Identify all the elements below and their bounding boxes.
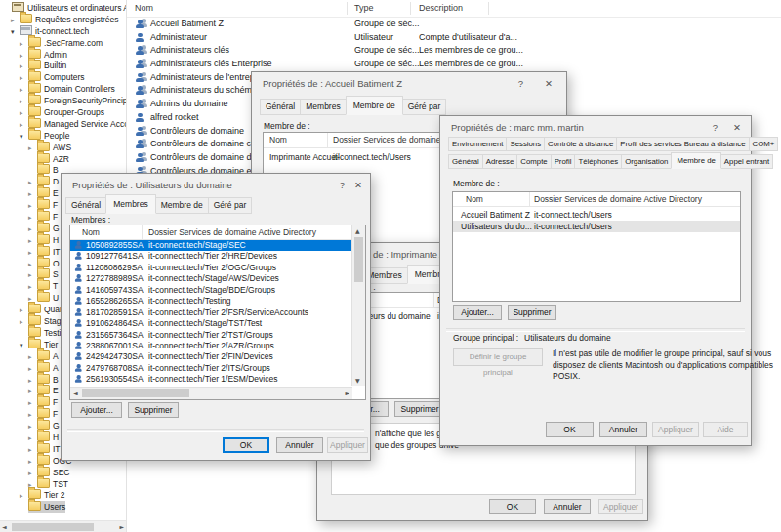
member-row[interactable]: 1817028591SA it-connect.tech/Tier 2/FSR/… (70, 307, 352, 318)
tab[interactable]: Profil des services Bureau à distance (616, 137, 749, 151)
member-row[interactable]: Imprimante Accueil it-connect.tech/Users (269, 152, 340, 162)
ok-button[interactable]: OK (223, 437, 269, 453)
ok-button[interactable]: OK (546, 422, 594, 437)
column-header-nom[interactable]: Nom (135, 3, 153, 13)
tab[interactable]: Profil (551, 154, 576, 169)
tab[interactable]: Téléphones (574, 154, 622, 169)
tree-item[interactable]: Grouper-Groups (0, 106, 126, 118)
add-button[interactable]: Ajouter... (71, 402, 122, 418)
scroll-down-icon[interactable]: ▼ (355, 377, 360, 384)
list-row[interactable]: Administrateurs clés Groupe de séc... Le… (127, 44, 781, 58)
close-icon[interactable]: ✕ (733, 122, 741, 133)
tab[interactable]: Général (260, 99, 301, 115)
help-icon[interactable]: ? (340, 180, 345, 190)
tree-item[interactable]: Tier 2 (0, 489, 126, 501)
close-icon[interactable]: ✕ (545, 78, 553, 89)
tab[interactable]: COM+ (749, 137, 779, 151)
scrollbar-thumb[interactable] (354, 237, 363, 282)
tab[interactable]: Environnement (448, 137, 507, 151)
member-row[interactable]: Accueil Batiment Z it-connect.tech/Users (453, 209, 740, 221)
cancel-button[interactable]: Annuler (276, 437, 323, 453)
remove-button[interactable]: Supprimer (508, 305, 556, 320)
tree-item[interactable]: Managed Service Accoun (0, 118, 126, 130)
tree-item[interactable]: TST (0, 478, 126, 490)
list-row[interactable]: Administrateurs clés Enterprise Groupe d… (127, 58, 781, 71)
tree-item[interactable]: AZR (0, 153, 126, 165)
member-row[interactable]: 1050892855SA it-connect.tech/Stage/SEC (70, 240, 352, 251)
tree-item[interactable]: ForeignSecurityPrincipal (0, 95, 126, 106)
scroll-up-icon[interactable]: ▲ (355, 227, 360, 234)
column-divider[interactable] (347, 2, 348, 15)
tab[interactable]: Contrôle à distance (544, 137, 617, 151)
remove-button[interactable]: Supprimer (128, 402, 179, 418)
tab[interactable]: Adresse (482, 154, 518, 169)
tab[interactable]: Membre de (346, 96, 403, 115)
tree-item[interactable]: Admin (0, 49, 126, 61)
column-header-nom[interactable]: Nom (466, 194, 483, 204)
tree-item[interactable]: .SecFrame.com (0, 37, 126, 49)
remove-button[interactable]: Supprimer (394, 401, 445, 417)
tab[interactable]: Géré par (208, 197, 253, 214)
member-row[interactable]: 1091277641SA it-connect.tech/Tier 2/HRE/… (70, 251, 352, 262)
tab[interactable]: Compte (516, 154, 551, 169)
tab[interactable]: Général (65, 197, 106, 214)
cancel-button[interactable]: Annuler (544, 499, 591, 514)
tab[interactable]: Appel entrant (720, 154, 773, 169)
tree-expand-icon[interactable] (20, 341, 28, 352)
member-row[interactable]: 2479768708SA it-connect.tech/Tier 2/ITS/… (70, 363, 352, 374)
member-row[interactable]: 1910624864SA it-connect.tech/Stage/TST/T… (70, 318, 352, 329)
scroll-left-icon[interactable]: ◄ (2, 522, 7, 532)
help-icon[interactable]: ? (518, 78, 523, 89)
column-divider[interactable] (410, 2, 411, 15)
vertical-scrollbar[interactable]: ▲ ▼ (351, 225, 365, 386)
add-button[interactable]: Ajouter... (453, 305, 502, 320)
scroll-right-icon[interactable]: ► (345, 389, 349, 396)
help-button[interactable]: Aide (703, 422, 748, 437)
member-row[interactable]: 1272788989SA it-connect.tech/Stage/AWS/D… (70, 273, 352, 284)
horizontal-scrollbar[interactable]: ◄ ► (70, 387, 352, 399)
column-header-nom[interactable]: Nom (82, 227, 100, 237)
member-row[interactable]: 2388067001SA it-connect.tech/Tier 2/AZR/… (70, 341, 352, 351)
scroll-right-icon[interactable]: ► (119, 522, 124, 532)
tree-item[interactable]: Computers (0, 71, 126, 83)
tab[interactable]: Organisation (621, 154, 672, 169)
member-row[interactable]: 2315657364SA it-connect.tech/Tier 2/TST/… (70, 330, 352, 341)
tab[interactable]: Membres (105, 194, 155, 214)
column-header-dossier[interactable]: Dossier Services de domaine Active Direc… (534, 194, 702, 204)
scrollbar-thumb[interactable] (12, 523, 94, 531)
tab[interactable]: Sessions (506, 137, 545, 151)
apply-button[interactable]: Appliquer (598, 499, 643, 514)
scrollbar-thumb[interactable] (82, 389, 189, 397)
tree-item[interactable]: SEC (0, 467, 126, 478)
member-row[interactable]: 2429424730SA it-connect.tech/Tier 2/FIN/… (70, 351, 352, 362)
column-header-description[interactable]: Description (419, 3, 463, 13)
tree-item[interactable]: People (0, 130, 126, 142)
tree-item[interactable]: it-connect.tech (0, 25, 126, 37)
tree-expand-icon[interactable] (20, 132, 28, 143)
column-header-nom[interactable]: Nom (269, 135, 287, 144)
close-icon[interactable]: ✕ (354, 180, 362, 190)
column-header-dossier[interactable]: Dossier Services de domaine Active Direc… (148, 227, 316, 237)
list-row[interactable]: Accueil Batiment Z Groupe de séc... (127, 18, 781, 31)
member-row[interactable]: 2561930554SA it-connect.tech/Tier 1/ESM/… (70, 374, 352, 385)
tree-item[interactable]: Requêtes enregistrées (0, 14, 126, 25)
cancel-button[interactable]: Annuler (599, 422, 647, 437)
tab[interactable]: Membre de (155, 197, 209, 214)
member-row[interactable]: Utilisateurs du do... it-connect.tech/Us… (453, 221, 740, 232)
tree-expand-icon[interactable] (11, 27, 20, 39)
tab[interactable]: Géré par (402, 99, 447, 115)
ok-button[interactable]: OK (489, 499, 536, 514)
tab[interactable]: Membre de (671, 152, 720, 169)
apply-button[interactable]: Appliquer (652, 422, 699, 437)
column-divider[interactable] (488, 2, 489, 15)
tree-horizontal-scrollbar[interactable]: ◄ ► (0, 520, 126, 532)
tree-item[interactable]: Domain Controllers (0, 83, 126, 95)
tab[interactable]: Membres (300, 99, 346, 115)
member-row[interactable]: 1416059743SA it-connect.tech/Stage/BDE/G… (70, 285, 352, 296)
tree-item[interactable]: Users (0, 501, 126, 512)
tab[interactable]: Général (448, 154, 483, 169)
member-row[interactable]: 1120808629SA it-connect.tech/Tier 2/OGC/… (70, 263, 352, 273)
list-row[interactable]: Administrateur Utilisateur Compte d'util… (127, 31, 781, 45)
member-row[interactable]: 1655286265SA it-connect.tech/Testing (70, 296, 352, 307)
scroll-left-icon[interactable]: ◄ (73, 389, 78, 396)
